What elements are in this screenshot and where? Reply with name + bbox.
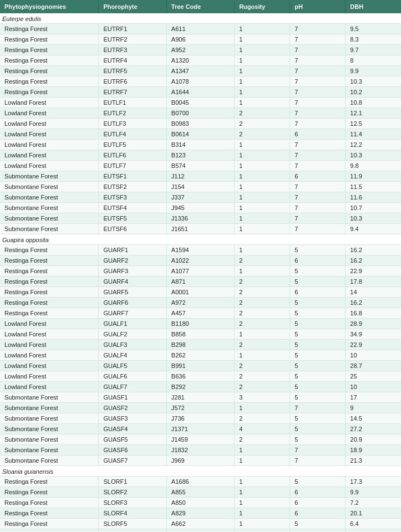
table-cell: SLORF5 (99, 519, 166, 529)
table-row: Submontane ForestGUASF7J9691721.3 (0, 456, 401, 466)
table-cell: A1077 (166, 266, 234, 277)
table-cell: 7 (290, 182, 346, 192)
table-cell: 1 (235, 266, 290, 277)
table-cell: 28.9 (346, 319, 401, 329)
table-cell: 7 (290, 98, 346, 108)
table-cell: 1 (235, 140, 290, 150)
table-cell: Submontane Forest (0, 424, 99, 434)
col-header-ph: pH (290, 0, 346, 13)
table-cell: EUTSF1 (99, 171, 166, 182)
table-cell: 14.5 (346, 413, 401, 424)
table-row: Lowland ForestEUTLF6B1231710.3 (0, 150, 401, 161)
table-cell: EUTLF3 (99, 119, 166, 129)
table-cell: 7 (290, 45, 346, 55)
table-cell: 16.2 (346, 298, 401, 308)
table-cell: 1 (235, 224, 290, 234)
table-cell: EUTSF6 (99, 224, 166, 234)
table-cell: J1336 (166, 213, 234, 224)
table-cell: 1 (235, 329, 290, 340)
table-cell: Lowland Forest (0, 129, 99, 140)
table-cell: A662 (166, 519, 234, 529)
table-cell: 7 (290, 224, 346, 234)
table-cell: 1 (235, 87, 290, 98)
table-cell: 5 (290, 519, 346, 529)
table-cell: A1078 (166, 76, 234, 87)
table-cell: 7 (290, 150, 346, 161)
table-cell: 7 (290, 192, 346, 203)
table-cell: SLORF4 (99, 508, 166, 519)
table-cell: Lowland Forest (0, 329, 99, 340)
table-cell: GUALF2 (99, 329, 166, 340)
table-cell: 7 (290, 161, 346, 171)
table-cell: 7 (290, 108, 346, 119)
table-cell: 2 (235, 298, 290, 308)
table-cell: 9.8 (346, 161, 401, 171)
table-cell: 2 (235, 371, 290, 382)
table-cell: 21.3 (346, 456, 401, 466)
table-cell: EUTRF5 (99, 66, 166, 76)
col-header-phorophyte: Phorophyte (99, 0, 166, 13)
table-cell: 5 (290, 350, 346, 361)
table-cell: Restinga Forest (0, 477, 99, 487)
table-cell: 1 (235, 76, 290, 87)
table-row: Lowland ForestEUTLF2B07002712.1 (0, 108, 401, 119)
table-cell: 2 (235, 287, 290, 298)
table-cell: A850 (166, 498, 234, 508)
table-cell: Submontane Forest (0, 392, 99, 403)
table-cell: 1 (235, 171, 290, 182)
table-cell: SLORF1 (99, 477, 166, 487)
table-row: Lowland ForestEUTLF7B574179.8 (0, 161, 401, 171)
table-cell: 10.2 (346, 87, 401, 98)
table-cell: Lowland Forest (0, 119, 99, 129)
table-cell: B292 (166, 382, 234, 392)
table-row: Submontane ForestEUTSF3J3371711.6 (0, 192, 401, 203)
table-cell: 1 (235, 45, 290, 55)
table-cell: 1 (235, 445, 290, 456)
table-cell: 7 (290, 445, 346, 456)
table-row: Restinga ForestGUARF7A4572516.8 (0, 308, 401, 319)
table-cell: 22.9 (346, 340, 401, 350)
table-cell: Lowland Forest (0, 350, 99, 361)
table-cell: Lowland Forest (0, 150, 99, 161)
col-header-phyto: Phytophysiognomies (0, 0, 99, 13)
table-cell: 2 (235, 319, 290, 329)
table-row: Restinga ForestSLORF2A855169.9 (0, 487, 401, 498)
section-label: Sloania guianensis (0, 466, 401, 477)
table-cell: 6 (290, 508, 346, 519)
table-cell: GUASF3 (99, 413, 166, 424)
table-cell: EUTRF6 (99, 76, 166, 87)
table-cell: J572 (166, 403, 234, 413)
table-cell: B0700 (166, 108, 234, 119)
table-cell: J945 (166, 203, 234, 213)
table-cell: 1 (235, 477, 290, 487)
table-cell: EUTLF7 (99, 161, 166, 171)
table-row: Lowland ForestEUTLF3B09832712.5 (0, 119, 401, 129)
table-cell: 6 (290, 529, 346, 533)
table-cell: 9.9 (346, 487, 401, 498)
table-cell: B0614 (166, 129, 234, 140)
table-cell: A1686 (166, 477, 234, 487)
table-row: Submontane ForestGUASF6J18321718.9 (0, 445, 401, 456)
table-row: Submontane ForestGUASF2J572179 (0, 403, 401, 413)
table-cell: 6 (290, 287, 346, 298)
table-row: Restinga ForestEUTRF4A1320178 (0, 55, 401, 66)
table-cell: GUARF2 (99, 255, 166, 266)
table-cell: 9.7 (346, 45, 401, 55)
table-cell: Submontane Forest (0, 445, 99, 456)
table-cell: EUTRF4 (99, 55, 166, 66)
table-cell: Restinga Forest (0, 66, 99, 76)
table-cell: 11.9 (346, 171, 401, 182)
table-row: Restinga ForestEUTRF7A16441710.2 (0, 87, 401, 98)
table-cell: A1644 (166, 87, 234, 98)
table-cell: Restinga Forest (0, 298, 99, 308)
table-row: Restinga ForestGUARF4A8712517.8 (0, 277, 401, 287)
table-row: Lowland ForestGUALF3B2982522.9 (0, 340, 401, 350)
table-cell: A495 (166, 529, 234, 533)
table-cell: 11.6 (346, 192, 401, 203)
section-label: Guapira opposita (0, 234, 401, 245)
table-cell: Restinga Forest (0, 266, 99, 277)
table-cell: 6.4 (346, 519, 401, 529)
table-cell: Submontane Forest (0, 192, 99, 203)
table-cell: 5 (290, 340, 346, 350)
table-cell: B0983 (166, 119, 234, 129)
